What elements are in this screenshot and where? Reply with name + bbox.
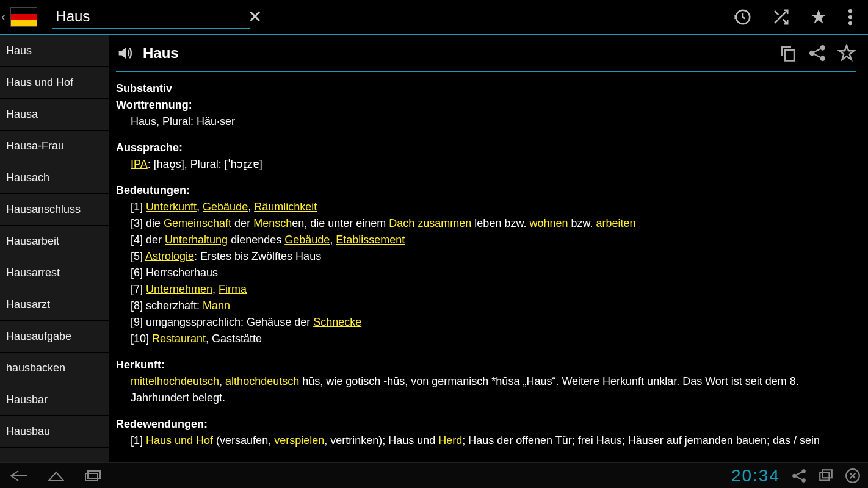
ipa-value: : [haʊ̯s], Plural: [ˈhɔɪ̯zɐ] [148, 158, 262, 170]
german-flag-icon[interactable] [10, 7, 37, 27]
meaning-row: [8] scherzhaft: Mann [131, 298, 856, 314]
text-run: , [330, 234, 336, 246]
sidebar-item[interactable]: Hausaufgabe [0, 321, 109, 353]
entry-headword: Haus [143, 45, 179, 62]
dict-link[interactable]: Unterhaltung [165, 234, 228, 246]
dict-link[interactable]: Dach [389, 217, 414, 229]
dict-link[interactable]: Unternehmen [146, 283, 212, 295]
meaning-row: [10] Restaurant, Gaststätte [131, 331, 856, 347]
sidebar-item[interactable]: hausbacken [0, 353, 109, 384]
dict-link[interactable]: Räumlichkeit [254, 201, 317, 213]
text-run: Herrscherhaus [146, 267, 218, 279]
sidebar-item[interactable]: Hausarrest [0, 257, 109, 289]
sidebar-item[interactable]: Haus [0, 35, 109, 67]
dict-link[interactable]: Astrologie [145, 250, 194, 262]
dict-link[interactable]: verspielen [274, 434, 324, 447]
search-container: ✕ [52, 5, 250, 29]
dict-link[interactable]: arbeiten [596, 217, 636, 229]
text-run: die [146, 217, 164, 229]
home-nav-icon[interactable] [46, 468, 66, 483]
share-icon[interactable] [808, 44, 826, 62]
sidebar-item[interactable]: Haus und Hof [0, 67, 109, 99]
shuffle-icon[interactable] [772, 8, 790, 26]
text-run: , [197, 201, 203, 213]
text-run: umgangssprachlich: Gehäuse der [146, 316, 313, 328]
meaning-row: [4] der Unterhaltung dienendes Gebäude, … [131, 232, 856, 248]
dict-link[interactable]: zusammen [418, 217, 471, 229]
text-run: , [219, 375, 225, 387]
meaning-number: [3] [131, 217, 146, 229]
speaker-icon[interactable] [116, 45, 133, 62]
text-run: der [231, 217, 253, 229]
dict-link[interactable]: Gebäude [284, 234, 330, 246]
ipa-link[interactable]: IPA [131, 158, 148, 170]
dict-link[interactable]: Mensch [253, 217, 292, 229]
dict-link[interactable]: Unterkunft [146, 201, 197, 213]
history-icon[interactable] [734, 8, 752, 26]
aussprache-label: Aussprache: [116, 140, 856, 156]
meaning-number: [8] [131, 300, 146, 312]
text-run: en, die unter einem [292, 217, 389, 229]
sidebar-item[interactable]: Hausa [0, 99, 109, 131]
favorite-star-icon[interactable] [809, 8, 828, 26]
text-run: der [146, 234, 165, 246]
herkunft-section: Herkunft: mittelhochdeutsch, althochdeut… [116, 357, 856, 406]
ipa-line: IPA: [haʊ̯s], Plural: [ˈhɔɪ̯zɐ] [116, 156, 856, 173]
dict-link[interactable]: althochdeutsch [225, 375, 299, 387]
dict-link[interactable]: Firma [219, 283, 247, 295]
sidebar-item[interactable]: Hausarzt [0, 289, 109, 321]
sidebar-item[interactable]: Hausanschluss [0, 194, 109, 226]
text-run: , [212, 283, 219, 295]
dict-link[interactable]: Schnecke [313, 316, 361, 328]
meaning-number: [5] [131, 250, 145, 262]
status-close-icon[interactable] [845, 468, 861, 484]
sidebar-item[interactable]: Hausbau [0, 416, 109, 448]
dict-link[interactable]: Gemeinschaft [164, 217, 231, 229]
sidebar-item[interactable]: Hausach [0, 162, 109, 194]
meaning-row: [7] Unternehmen, Firma [131, 281, 856, 298]
sidebar-word-list[interactable]: HausHaus und HofHausaHausa-FrauHausachHa… [0, 35, 109, 462]
search-input[interactable] [52, 5, 242, 27]
meaning-number: [6] [131, 267, 146, 279]
text-run: leben bzw. [471, 217, 529, 229]
top-actions [734, 8, 868, 26]
dict-link[interactable]: Etablissement [336, 234, 405, 246]
dict-link[interactable]: Restaurant [152, 332, 206, 345]
meaning-number: [9] [131, 316, 146, 328]
text-run: bzw. [568, 217, 596, 229]
copy-icon[interactable] [779, 44, 797, 62]
clear-search-button[interactable]: ✕ [242, 7, 268, 27]
dict-link[interactable]: Mann [203, 300, 230, 312]
sidebar-item[interactable]: Hausbar [0, 384, 109, 416]
star-outline-icon[interactable] [837, 44, 856, 62]
menu-overflow-icon[interactable] [847, 8, 853, 26]
herkunft-label: Herkunft: [116, 357, 856, 373]
svg-point-2 [848, 15, 852, 19]
dict-link[interactable]: wohnen [529, 217, 568, 229]
recent-apps-nav-icon[interactable] [83, 468, 103, 483]
back-button[interactable]: ‹ [1, 9, 5, 25]
aussprache-section: Aussprache: IPA: [haʊ̯s], Plural: [ˈhɔɪ̯… [116, 140, 856, 173]
dict-link[interactable]: Gebäude [203, 201, 248, 213]
text-run: , vertrinken); Haus und [324, 434, 438, 447]
meaning-row: [6] Herrscherhaus [131, 265, 856, 281]
dict-link[interactable]: mittelhochdeutsch [131, 375, 219, 387]
dict-link[interactable]: Herd [438, 434, 462, 447]
sidebar-item[interactable]: Hausa-Frau [0, 131, 109, 162]
svg-point-1 [848, 9, 852, 13]
svg-point-11 [802, 470, 805, 472]
clock[interactable]: 20:34 [731, 466, 780, 486]
meaning-row: [1] Unterkunft, Gebäude, Räumlichkeit [131, 199, 856, 215]
back-nav-icon[interactable] [7, 468, 29, 483]
herkunft-text: mittelhochdeutsch, althochdeutsch hūs, w… [116, 373, 856, 406]
text-run: , [248, 201, 254, 213]
svg-point-3 [848, 21, 852, 25]
dict-link[interactable]: Haus und Hof [146, 434, 213, 447]
sidebar-item[interactable]: Hausarbeit [0, 226, 109, 257]
status-windows-icon[interactable] [818, 468, 834, 484]
svg-rect-4 [785, 50, 794, 61]
status-share-icon[interactable] [791, 468, 807, 484]
pos-label: Substantiv [116, 81, 856, 97]
main-area: HausHaus und HofHausaHausa-FrauHausachHa… [0, 35, 868, 462]
text-run: scherzhaft: [146, 300, 203, 312]
